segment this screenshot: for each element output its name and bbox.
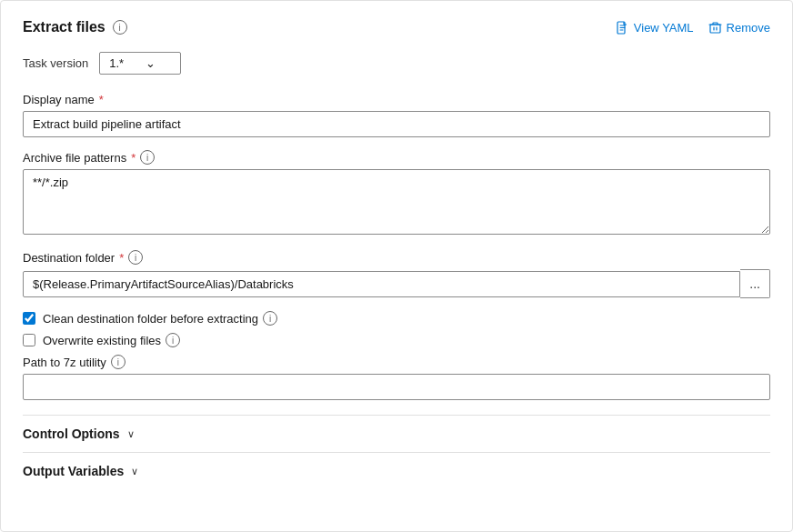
view-yaml-label: View YAML bbox=[634, 21, 694, 35]
display-name-input[interactable] bbox=[23, 111, 770, 137]
output-variables-section[interactable]: Output Variables ∨ bbox=[23, 453, 770, 489]
task-version-value: 1.* bbox=[109, 56, 124, 70]
archive-patterns-required: * bbox=[131, 151, 136, 165]
archive-patterns-info-icon[interactable]: i bbox=[140, 150, 155, 165]
destination-folder-browse-button[interactable]: ... bbox=[740, 269, 770, 298]
remove-icon bbox=[708, 21, 722, 35]
archive-patterns-label: Archive file patterns * i bbox=[23, 150, 770, 165]
remove-label: Remove bbox=[727, 21, 770, 35]
path-7z-label: Path to 7z utility i bbox=[23, 355, 770, 369]
display-name-group: Display name * bbox=[23, 93, 770, 137]
remove-link[interactable]: Remove bbox=[708, 21, 770, 35]
display-name-label: Display name * bbox=[23, 93, 770, 106]
extract-files-panel: Extract files i View YAML Remove bbox=[0, 0, 793, 532]
archive-patterns-textarea[interactable]: **/*.zip bbox=[23, 169, 770, 235]
yaml-icon bbox=[616, 21, 629, 35]
header-left: Extract files i bbox=[23, 19, 127, 35]
overwrite-files-checkbox[interactable] bbox=[23, 334, 35, 346]
clean-destination-row: Clean destination folder before extracti… bbox=[23, 311, 770, 326]
destination-folder-input[interactable] bbox=[23, 271, 740, 297]
task-version-label: Task version bbox=[23, 56, 88, 70]
path-7z-group: Path to 7z utility i bbox=[23, 355, 770, 400]
destination-folder-label: Destination folder * i bbox=[23, 250, 770, 265]
destination-folder-row: ... bbox=[23, 269, 770, 298]
title-info-icon[interactable]: i bbox=[113, 20, 127, 35]
archive-patterns-group: Archive file patterns * i **/*.zip bbox=[23, 150, 770, 237]
control-options-title: Control Options bbox=[23, 427, 120, 441]
path-7z-input[interactable] bbox=[23, 374, 770, 400]
destination-folder-info-icon[interactable]: i bbox=[128, 250, 143, 265]
overwrite-files-label[interactable]: Overwrite existing files i bbox=[43, 333, 180, 347]
header-right: View YAML Remove bbox=[616, 21, 770, 35]
destination-folder-group: Destination folder * i ... bbox=[23, 250, 770, 298]
output-variables-chevron-icon: ∨ bbox=[131, 466, 138, 477]
control-options-chevron-icon: ∨ bbox=[127, 428, 135, 440]
path-7z-info-icon[interactable]: i bbox=[111, 355, 125, 369]
clean-destination-label[interactable]: Clean destination folder before extracti… bbox=[43, 311, 277, 326]
overwrite-files-row: Overwrite existing files i bbox=[23, 333, 770, 347]
page-title: Extract files bbox=[23, 19, 105, 35]
output-variables-title: Output Variables bbox=[23, 464, 124, 478]
display-name-required: * bbox=[99, 93, 104, 106]
control-options-section[interactable]: Control Options ∨ bbox=[23, 416, 770, 453]
clean-destination-checkbox[interactable] bbox=[23, 312, 35, 325]
version-chevron-icon: ⌄ bbox=[146, 56, 156, 70]
task-version-select[interactable]: 1.* ⌄ bbox=[99, 52, 181, 75]
view-yaml-link[interactable]: View YAML bbox=[616, 21, 694, 35]
panel-header: Extract files i View YAML Remove bbox=[23, 19, 770, 35]
overwrite-files-info-icon[interactable]: i bbox=[166, 333, 180, 347]
svg-rect-1 bbox=[710, 25, 720, 33]
destination-folder-required: * bbox=[119, 251, 124, 265]
clean-destination-info-icon[interactable]: i bbox=[263, 311, 277, 326]
task-version-row: Task version 1.* ⌄ bbox=[23, 52, 770, 75]
